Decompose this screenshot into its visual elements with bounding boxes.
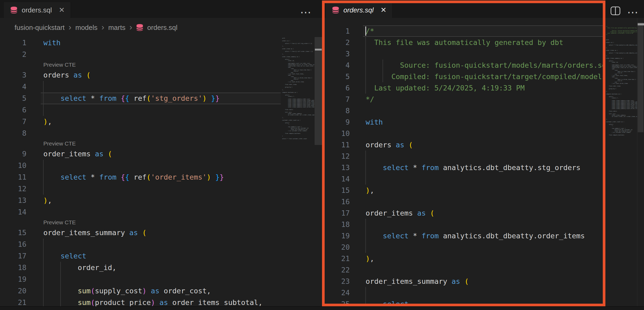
indent-guide xyxy=(365,48,366,60)
more-actions-icon[interactable]: ⋯ xyxy=(300,7,311,18)
minimap-right[interactable]: /* This file was automatically generated… xyxy=(606,23,637,137)
code-row[interactable]: 1/* xyxy=(326,25,604,37)
line-number: 2 xyxy=(326,37,350,48)
code-row[interactable]: 13), xyxy=(0,195,281,206)
code-row[interactable]: 3 xyxy=(326,48,604,60)
line-number: 13 xyxy=(326,162,350,173)
code-row[interactable]: 22 xyxy=(326,264,604,276)
indent-guide xyxy=(60,273,61,285)
line-number: 6 xyxy=(0,104,26,116)
indent-guide xyxy=(365,219,366,230)
indent-guide xyxy=(43,81,44,93)
line-number: 14 xyxy=(326,173,350,185)
text-cursor xyxy=(365,26,366,36)
code-row[interactable]: 20 sum(supply_cost) as order_cost, xyxy=(0,285,281,297)
code-row[interactable]: 15order_items_summary as ( xyxy=(0,227,281,239)
code-row[interactable]: 18 order_id, xyxy=(0,262,281,273)
code-line: with xyxy=(366,116,383,128)
code-row[interactable]: 9with xyxy=(326,116,604,128)
code-row[interactable]: 9order_items as ( xyxy=(0,148,281,160)
code-row[interactable]: 12 xyxy=(0,183,281,195)
line-number: 14 xyxy=(0,206,26,218)
editor-source[interactable]: 1with2Preview CTE3orders as (45 select *… xyxy=(0,37,281,306)
code-row[interactable]: 21), xyxy=(326,253,604,264)
code-row[interactable]: 24 xyxy=(326,287,604,298)
breadcrumb-item-project[interactable]: fusion-quickstart xyxy=(15,24,65,32)
close-icon[interactable]: ✕ xyxy=(59,6,65,14)
code-row[interactable]: 19 xyxy=(0,273,281,285)
code-row[interactable]: 14 xyxy=(326,173,604,185)
code-row[interactable]: 12 xyxy=(326,151,604,162)
minimap-comment-block: /* This file was automatically generated… xyxy=(606,26,637,35)
code-row[interactable]: 18 xyxy=(326,219,604,230)
line-number: 3 xyxy=(0,69,26,81)
codelens-preview-cte[interactable]: Preview CTE xyxy=(0,218,281,227)
split-editor-icon[interactable] xyxy=(610,6,620,15)
code-row[interactable]: 11 select * from {{ ref('order_items') }… xyxy=(0,171,281,183)
code-row[interactable]: 5 select * from {{ ref('stg_orders') }} xyxy=(0,93,281,104)
codelens-preview-cte[interactable]: Preview CTE xyxy=(0,139,281,148)
close-icon[interactable]: ✕ xyxy=(380,6,387,14)
code-row[interactable]: 4 Source: fusion-quickstart/models/marts… xyxy=(326,60,604,71)
code-line: select * from {{ ref('order_items') }} xyxy=(43,171,224,183)
window-bottom-strip xyxy=(0,306,644,310)
breadcrumb: fusion-quickstart › models › marts › ord… xyxy=(0,18,322,37)
line-number: 2 xyxy=(0,49,26,60)
code-row[interactable]: 8 xyxy=(326,105,604,116)
editor-compiled-preview[interactable]: 1/*2 This file was automatically generat… xyxy=(326,18,604,306)
code-row[interactable]: 10 xyxy=(0,160,281,171)
line-number: 7 xyxy=(326,94,350,105)
code-row[interactable]: 19 select * from analytics.dbt_dbeatty.o… xyxy=(326,230,604,241)
code-row[interactable]: 11orders as ( xyxy=(326,139,604,151)
code-row[interactable]: 6 xyxy=(0,104,281,116)
breadcrumb-item-file[interactable]: orders.sql xyxy=(147,24,177,32)
code-line: Source: fusion-quickstart/models/marts/o… xyxy=(366,60,604,71)
code-row[interactable]: 2 xyxy=(0,49,281,60)
indent-guide xyxy=(365,241,366,253)
indent-guide xyxy=(43,183,44,195)
codelens-preview-cte[interactable]: Preview CTE xyxy=(0,60,281,69)
line-number: 12 xyxy=(0,183,26,195)
line-number: 19 xyxy=(326,230,350,241)
code-row[interactable]: 25 select xyxy=(326,298,604,306)
code-line: order_items as ( xyxy=(366,207,434,219)
code-row[interactable]: 8 xyxy=(0,127,281,139)
code-row[interactable]: 3orders as ( xyxy=(0,69,281,81)
code-row[interactable]: 7), xyxy=(0,116,281,127)
code-row[interactable]: 2 This file was automatically generated … xyxy=(326,37,604,48)
line-number: 15 xyxy=(326,185,350,196)
scrollbar-thumb-right[interactable] xyxy=(638,22,643,132)
chevron-right-icon: › xyxy=(102,22,104,32)
indent-guide xyxy=(43,239,44,250)
breadcrumb-item-models[interactable]: models xyxy=(75,24,98,32)
code-row[interactable]: 16 xyxy=(0,239,281,250)
code-row[interactable]: 21 sum(product_price) as order_items_sub… xyxy=(0,297,281,306)
code-row[interactable]: 17order_items as ( xyxy=(326,207,604,219)
line-number: 4 xyxy=(0,81,26,93)
code-row[interactable]: 13 select * from analytics.dbt_dbeatty.s… xyxy=(326,162,604,173)
minimap-left[interactable]: with orders as ( select * from {{ ref('s… xyxy=(282,38,314,146)
tab-orders-sql-left[interactable]: orders.sql ✕ xyxy=(4,2,71,18)
line-number: 7 xyxy=(0,116,26,127)
code-row[interactable]: 14 xyxy=(0,206,281,218)
more-actions-icon[interactable]: ⋯ xyxy=(627,7,638,18)
code-row[interactable]: 1with xyxy=(0,37,281,49)
line-number: 19 xyxy=(0,273,26,285)
breadcrumb-item-marts[interactable]: marts xyxy=(108,24,125,32)
code-row[interactable]: 23order_items_summary as ( xyxy=(326,276,604,287)
code-row[interactable]: 5 Compiled: fusion-quickstart/target/com… xyxy=(326,71,604,82)
code-row[interactable]: 10 xyxy=(326,128,604,139)
code-row[interactable]: 4 xyxy=(0,81,281,93)
code-row[interactable]: 15), xyxy=(326,185,604,196)
code-row[interactable]: 6 Last updated: 5/24/2025, 4:19:33 PM xyxy=(326,82,604,94)
scrollbar-track-border xyxy=(637,18,637,306)
code-row[interactable]: 20 xyxy=(326,241,604,253)
code-row[interactable]: 16 xyxy=(326,196,604,207)
code-row[interactable]: 17 select xyxy=(0,250,281,262)
scrollbar-thumb-left[interactable] xyxy=(315,37,322,145)
tab-orders-sql-right[interactable]: orders.sql ✕ xyxy=(326,2,393,18)
line-number: 12 xyxy=(326,151,350,162)
code-row[interactable]: 7*/ xyxy=(326,94,604,105)
code-line: orders as ( xyxy=(43,69,91,81)
line-number: 18 xyxy=(326,219,350,230)
